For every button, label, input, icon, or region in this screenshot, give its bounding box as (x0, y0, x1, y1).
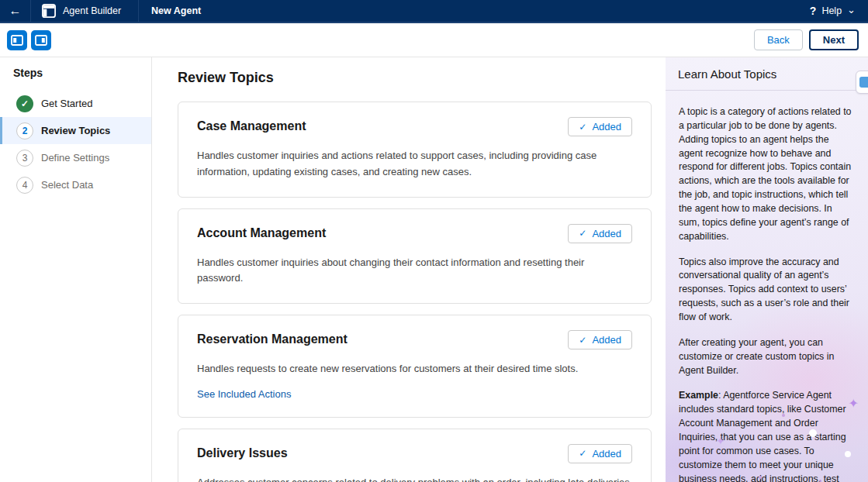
next-button[interactable]: Next (809, 29, 859, 50)
review-topics-main: Review Topics Case Management ✓ Added Ha… (152, 57, 666, 482)
action-toolbar: Back Next (0, 23, 868, 57)
panel-glyph-icon (859, 77, 868, 88)
help-icon: ? (810, 5, 817, 17)
app-brand: Agent Builder (31, 0, 139, 22)
check-icon: ✓ (579, 335, 586, 346)
see-included-actions-link[interactable]: See Included Actions (197, 388, 291, 400)
step-item-get-started[interactable]: ✓ Get Started (0, 90, 151, 117)
step-number: 2 (16, 122, 33, 139)
added-button[interactable]: ✓ Added (568, 330, 632, 349)
back-arrow-icon[interactable]: ← (0, 0, 31, 22)
panel-left-icon (11, 35, 23, 46)
docked-panel-button[interactable] (856, 71, 868, 94)
added-label: Added (592, 121, 621, 133)
builder-icon (42, 4, 56, 18)
top-navbar: ← Agent Builder New Agent ? Help ⌄ (0, 0, 868, 23)
topic-description: Handles requests to create new reservati… (197, 361, 632, 377)
learn-about-topics-panel: Learn About Topics A topic is a category… (666, 57, 868, 482)
step-item-define-settings[interactable]: 3 Define Settings (0, 144, 151, 171)
step-label: Get Started (41, 98, 92, 109)
topic-card-reservation-management: Reservation Management ✓ Added Handles r… (178, 315, 652, 418)
topic-name: Reservation Management (197, 330, 348, 346)
toggle-right-panel-button[interactable] (31, 30, 51, 50)
step-number: 3 (16, 150, 33, 167)
agent-builder-app: ← Agent Builder New Agent ? Help ⌄ (0, 0, 868, 482)
check-icon: ✓ (579, 122, 586, 133)
page-heading: Review Topics (178, 70, 652, 86)
topic-card-delivery-issues: Delivery Issues ✓ Added Addresses custom… (178, 429, 652, 482)
help-paragraph: Topics also improve the accuracy and con… (679, 256, 855, 325)
added-label: Added (592, 228, 621, 239)
topic-name: Account Management (197, 224, 326, 240)
step-label: Define Settings (41, 152, 109, 164)
back-button[interactable]: Back (754, 29, 803, 50)
panel-right-icon (35, 35, 47, 46)
topic-card-case-management: Case Management ✓ Added Handles customer… (178, 102, 652, 198)
topic-description: Addresses customer concerns related to d… (197, 475, 632, 482)
topic-name: Delivery Issues (197, 444, 288, 460)
app-name: Agent Builder (63, 5, 121, 16)
check-icon: ✓ (579, 448, 586, 459)
topic-description: Handles customer inquiries about changin… (197, 255, 632, 287)
help-paragraph: A topic is a category of actions related… (679, 105, 855, 244)
added-label: Added (592, 334, 621, 346)
help-paragraph-example: Example: Agentforce Service Agent includ… (679, 389, 855, 482)
help-menu-label: Help (821, 5, 842, 16)
step-label: Review Topics (41, 125, 110, 136)
page-title: New Agent (139, 0, 213, 22)
added-button[interactable]: ✓ Added (568, 444, 632, 463)
help-menu[interactable]: ? Help ⌄ (810, 0, 868, 22)
steps-sidebar: Steps ✓ Get Started 2 Review Topics 3 De… (0, 57, 152, 482)
step-complete-check-icon: ✓ (16, 95, 33, 112)
help-panel-title: Learn About Topics (666, 57, 868, 91)
content-area: Steps ✓ Get Started 2 Review Topics 3 De… (0, 57, 868, 482)
added-label: Added (592, 448, 621, 460)
toggle-left-panel-button[interactable] (7, 30, 27, 50)
added-button[interactable]: ✓ Added (568, 224, 632, 243)
step-item-select-data[interactable]: 4 Select Data (0, 171, 151, 198)
topic-name: Case Management (197, 117, 306, 133)
step-item-review-topics[interactable]: 2 Review Topics (0, 117, 151, 144)
added-button[interactable]: ✓ Added (568, 117, 632, 136)
steps-title: Steps (0, 67, 151, 90)
help-paragraph: After creating your agent, you can custo… (679, 336, 855, 378)
chevron-down-icon: ⌄ (847, 4, 856, 15)
topic-card-account-management: Account Management ✓ Added Handles custo… (178, 208, 652, 305)
check-icon: ✓ (579, 228, 586, 239)
step-label: Select Data (41, 179, 93, 191)
topic-description: Handles customer inquiries and actions r… (197, 148, 632, 181)
help-panel-body: A topic is a category of actions related… (666, 91, 868, 482)
step-number: 4 (16, 177, 33, 194)
